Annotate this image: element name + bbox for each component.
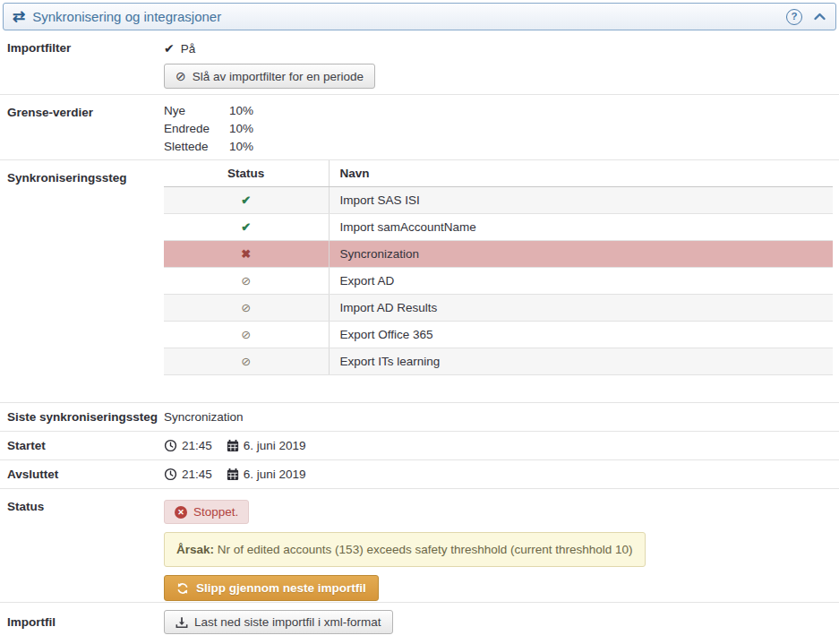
reason-text: Nr of edited accounts (153) exceeds safe… xyxy=(218,543,633,556)
table-row: ⊘ Export AD xyxy=(164,268,833,295)
importfile-label: Importfil xyxy=(7,603,164,644)
ended-date: 6. juni 2019 xyxy=(244,468,306,481)
calendar-icon xyxy=(227,468,239,481)
section-ended: Avsluttet 21:45 6. juni 2019 xyxy=(0,460,839,489)
limits-label: Grense-verdier xyxy=(7,95,164,159)
reason-label: Årsak: xyxy=(176,543,214,556)
step-name: Import AD Results xyxy=(329,295,833,322)
steps-label: Synkroniseringssteg xyxy=(7,160,164,402)
table-row: ✔ Import samAccountName xyxy=(164,214,833,241)
limit-name: Nye xyxy=(164,104,215,117)
section-limits: Grense-verdier Nye 10% Endrede 10% Slett… xyxy=(0,95,839,160)
download-icon xyxy=(176,616,188,629)
collapse-chevron-icon[interactable] xyxy=(813,12,826,21)
step-name: Import SAS ISI xyxy=(329,187,833,214)
disable-importfilter-button[interactable]: ⊘ Slå av importfilter for en periode xyxy=(164,64,375,89)
panel-title-wrap: ⇄ Synkronisering og integrasjoner xyxy=(13,7,221,26)
limit-name: Slettede xyxy=(164,140,215,153)
limits-grid: Nye 10% Endrede 10% Slettede 10% xyxy=(164,95,839,153)
column-header-status: Status xyxy=(164,160,329,187)
status-label: Status xyxy=(7,489,164,602)
section-steps: Synkroniseringssteg Status Navn ✔ Import… xyxy=(0,160,839,403)
last-step-value: Syncronization xyxy=(164,410,839,424)
table-row: ✔ Import SAS ISI xyxy=(164,187,833,214)
importfilter-state-label: På xyxy=(181,42,196,56)
table-row: ⊘ Import AD Results xyxy=(164,295,833,322)
skipped-icon: ⊘ xyxy=(241,328,251,341)
started-time: 21:45 xyxy=(182,439,212,452)
sync-transfer-icon: ⇄ xyxy=(13,7,25,26)
started-date: 6. juni 2019 xyxy=(244,439,306,452)
section-status: Status ✕ Stoppet. Årsak: Nr of edited ac… xyxy=(0,489,839,603)
help-icon[interactable]: ? xyxy=(786,9,802,25)
ended-time: 21:45 xyxy=(182,468,212,481)
calendar-icon xyxy=(227,439,239,452)
step-name: Import samAccountName xyxy=(329,214,833,241)
ended-label: Avsluttet xyxy=(7,468,164,481)
panel-title: Synkronisering og integrasjoner xyxy=(32,9,221,24)
step-name: Export Office 365 xyxy=(329,322,833,348)
download-importfile-button[interactable]: Last ned siste importfil i xml-format xyxy=(164,610,393,634)
limit-name: Endrede xyxy=(164,122,215,135)
table-row-error: ✖ Syncronization xyxy=(164,241,833,268)
limit-value: 10% xyxy=(229,140,839,153)
panel-header-actions: ? xyxy=(786,9,826,25)
limit-value: 10% xyxy=(229,104,839,117)
last-step-label: Siste synkroniseringssteg xyxy=(7,410,164,424)
clock-icon xyxy=(164,468,177,481)
clock-icon xyxy=(164,439,177,452)
importfilter-state: ✔ På xyxy=(164,41,839,56)
reason-alert: Årsak: Nr of edited accounts (153) excee… xyxy=(164,532,646,567)
section-importfile: Importfil Last ned siste importfil i xml… xyxy=(0,603,839,644)
release-next-importfile-button[interactable]: Slipp gjennom neste importfil xyxy=(164,575,379,601)
importfilter-label: Importfilter xyxy=(7,30,164,94)
table-row: ⊘ Export ITs learning xyxy=(164,348,833,375)
step-name: Export ITs learning xyxy=(329,348,833,375)
step-name: Export AD xyxy=(329,268,833,295)
section-last-step: Siste synkroniseringssteg Syncronization xyxy=(0,403,839,432)
started-label: Startet xyxy=(7,439,164,452)
status-badge-text: Stoppet. xyxy=(193,505,238,519)
ban-icon: ⊘ xyxy=(176,69,186,83)
steps-header-row: Status Navn xyxy=(164,160,833,187)
success-icon: ✔ xyxy=(241,193,251,207)
table-row: ⊘ Export Office 365 xyxy=(164,322,833,348)
limit-value: 10% xyxy=(229,122,839,135)
skipped-icon: ⊘ xyxy=(241,301,251,314)
section-started: Startet 21:45 6. juni 2019 xyxy=(0,432,839,460)
column-header-name: Navn xyxy=(329,160,833,187)
error-icon: ✖ xyxy=(241,247,251,261)
skipped-icon: ⊘ xyxy=(241,274,251,288)
steps-table: Status Navn ✔ Import SAS ISI ✔ Import sa… xyxy=(164,160,833,375)
check-icon: ✔ xyxy=(164,41,175,56)
stopped-circle-x-icon: ✕ xyxy=(175,506,187,519)
refresh-icon xyxy=(176,582,189,595)
section-importfilter: Importfilter ✔ På ⊘ Slå av importfilter … xyxy=(0,30,839,95)
status-badge: ✕ Stoppet. xyxy=(164,500,249,524)
success-icon: ✔ xyxy=(241,220,251,234)
step-name: Syncronization xyxy=(329,241,833,268)
skipped-icon: ⊘ xyxy=(241,355,251,368)
panel-header: ⇄ Synkronisering og integrasjoner ? xyxy=(3,3,836,30)
